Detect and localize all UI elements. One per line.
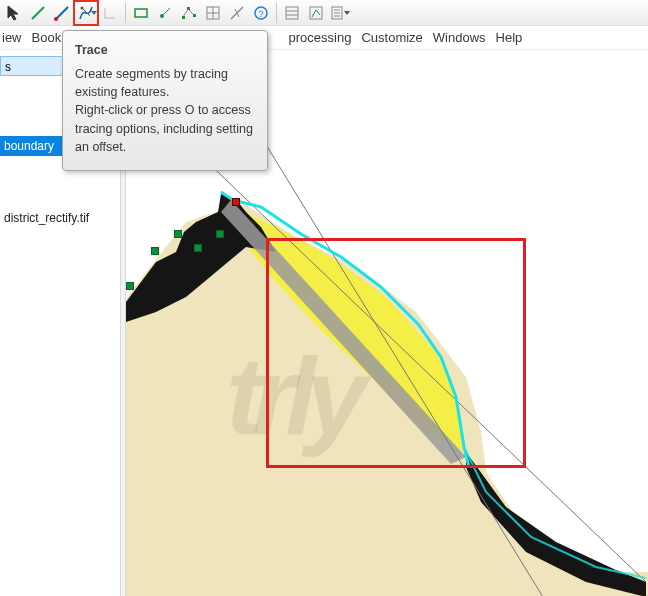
- edit-vertex[interactable]: [151, 247, 159, 255]
- point-tool-icon[interactable]: [153, 1, 177, 25]
- tooltip-body: Create segments by tracing existing feat…: [75, 65, 255, 156]
- toolbar-divider: [125, 3, 126, 23]
- menu-processing[interactable]: processing: [289, 27, 362, 48]
- svg-point-3: [54, 17, 58, 21]
- svg-line-8: [163, 8, 170, 15]
- right-angle-tool-icon[interactable]: [98, 1, 122, 25]
- edit-vertices-tool-icon[interactable]: [177, 1, 201, 25]
- line-tool-icon[interactable]: [26, 1, 50, 25]
- edit-vertex[interactable]: [194, 244, 202, 252]
- menu-windows[interactable]: Windows: [433, 27, 496, 48]
- svg-rect-19: [286, 7, 298, 19]
- svg-line-2: [56, 7, 68, 19]
- svg-rect-9: [182, 16, 185, 19]
- toolbar-divider: [276, 3, 277, 23]
- annotation-rectangle: [266, 238, 526, 468]
- edit-vertex[interactable]: [216, 230, 224, 238]
- svg-rect-10: [187, 7, 190, 10]
- svg-marker-27: [344, 11, 350, 15]
- edit-vertex-selected[interactable]: [232, 198, 240, 206]
- svg-line-16: [235, 9, 239, 17]
- pointer-tool-icon[interactable]: [2, 1, 26, 25]
- edit-vertex[interactable]: [126, 282, 134, 290]
- edit-vertex[interactable]: [174, 230, 182, 238]
- svg-rect-6: [135, 9, 147, 17]
- svg-rect-22: [310, 7, 322, 19]
- trace-tooltip: Trace Create segments by tracing existin…: [62, 30, 268, 171]
- menu-customize[interactable]: Customize: [361, 27, 432, 48]
- rect-tool-icon[interactable]: [129, 1, 153, 25]
- help-tool-icon[interactable]: ?: [249, 1, 273, 25]
- toc-raster-layer[interactable]: district_rectify.tif: [0, 208, 120, 228]
- menu-help[interactable]: Help: [496, 27, 533, 48]
- editor-toolbar: ?: [0, 0, 648, 26]
- svg-point-5: [81, 6, 84, 9]
- reshape-tool-icon[interactable]: [201, 1, 225, 25]
- options-tool-icon[interactable]: [328, 1, 352, 25]
- sketch-properties-tool-icon[interactable]: [304, 1, 328, 25]
- svg-marker-0: [8, 6, 18, 20]
- svg-line-1: [32, 7, 44, 19]
- svg-text:?: ?: [258, 9, 263, 19]
- attributes-tool-icon[interactable]: [280, 1, 304, 25]
- line-edit-tool-icon[interactable]: [50, 1, 74, 25]
- trace-tool-icon[interactable]: [74, 1, 98, 25]
- svg-line-4: [82, 8, 90, 16]
- svg-rect-11: [193, 14, 196, 17]
- cut-polygons-tool-icon[interactable]: [225, 1, 249, 25]
- menu-view[interactable]: iew: [2, 27, 32, 48]
- tooltip-title: Trace: [75, 41, 255, 59]
